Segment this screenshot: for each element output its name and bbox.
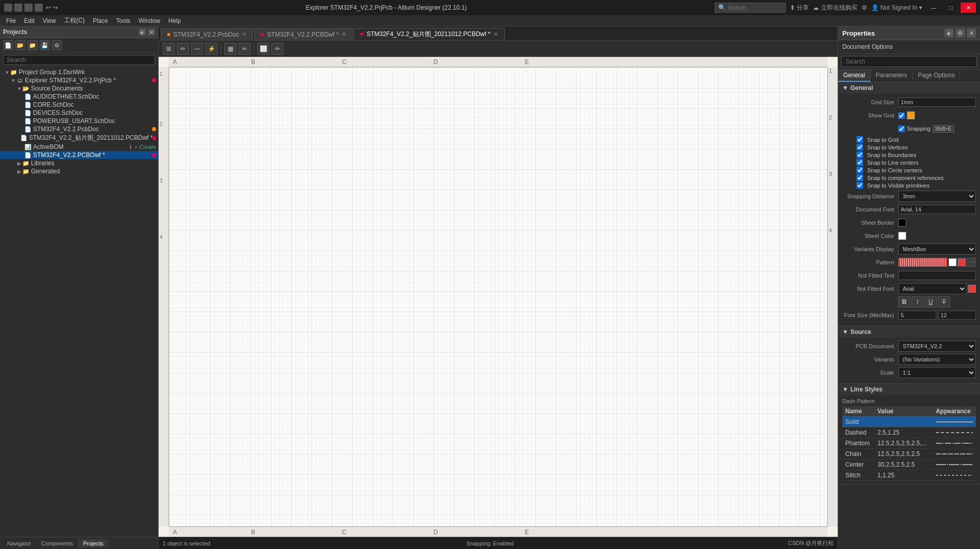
rp-snap-dist-select[interactable]: 3mm: [898, 191, 976, 202]
rp-strikethrough-btn[interactable]: T: [938, 296, 950, 308]
rp-snap-line-centers-checkbox[interactable]: [856, 159, 863, 166]
ls-row-chain[interactable]: Chain 12.5,2.5,2.5,2.5: [842, 449, 976, 460]
canvas-area[interactable]: A B C D E 1 2 3 4 1 2 3 4 A: [159, 57, 838, 537]
rp-pattern-red[interactable]: [958, 258, 966, 266]
rp-not-fitted-font-select[interactable]: Arial: [898, 283, 967, 294]
maximize-button[interactable]: □: [943, 3, 959, 13]
global-search-box[interactable]: 🔍: [715, 3, 786, 13]
tree-item-source-docs[interactable]: ▼ 📂 Source Documents: [0, 84, 158, 93]
save-project-btn[interactable]: 💾: [40, 40, 50, 50]
bottom-tab-components[interactable]: Components: [36, 539, 78, 547]
minimize-button[interactable]: —: [926, 3, 941, 13]
redo-btn[interactable]: ↪: [53, 4, 58, 11]
global-search-input[interactable]: [728, 5, 782, 11]
menu-file[interactable]: File: [2, 16, 20, 25]
rp-sheet-border-color[interactable]: [898, 219, 906, 227]
bottom-tab-projects[interactable]: Projects: [78, 539, 108, 547]
tab-close-pcbdoc[interactable]: ✕: [242, 31, 247, 38]
tb-line-btn[interactable]: —: [191, 43, 203, 55]
rp-not-fitted-text-input[interactable]: [898, 271, 976, 280]
rp-variants-source-select[interactable]: (No Variations): [898, 354, 976, 365]
ls-row-phantom[interactable]: Phantom 12.5,2.5,2.5,2.5,...: [842, 438, 976, 449]
tree-item-generated[interactable]: ▶ 📁 Generated: [0, 167, 158, 175]
panel-float-btn[interactable]: ⬖: [139, 28, 146, 36]
tree-item-bom[interactable]: 📊 ActiveBOM ℹ + Create: [0, 143, 158, 151]
rp-bold-btn[interactable]: B: [898, 296, 910, 308]
tb-grid-btn[interactable]: ⊞: [163, 43, 175, 55]
close-project-btn[interactable]: 📁: [27, 40, 38, 50]
tree-item-group[interactable]: ▼ 📁 Project Group 1.DsnWrk: [0, 68, 158, 76]
tree-item-devices[interactable]: 📄 DEVICES.SchDoc: [0, 109, 158, 117]
ls-row-solid[interactable]: Solid: [842, 417, 976, 428]
tab-close-pcbdwf2[interactable]: ✕: [494, 31, 498, 38]
rp-grid-color-box[interactable]: [907, 111, 915, 119]
rp-tab-page-options[interactable]: Page Options: [913, 70, 961, 82]
tb-cut-btn[interactable]: ✂: [238, 43, 251, 55]
rp-tab-general[interactable]: General: [838, 70, 871, 82]
tab-pcbdwf2[interactable]: STM32F4_V2.2_贴片图_20211012.PCBDwf * ✕: [354, 28, 504, 40]
tree-item-pcbdwf[interactable]: 📄 STM32F4_V2.2_贴片图_20211012.PCBDwf *: [0, 133, 158, 143]
tab-pcbdoc[interactable]: STM32F4_V2.2.PcbDoc ✕: [161, 28, 253, 40]
rp-scale-select[interactable]: 1:1: [898, 367, 976, 378]
bottom-tab-navigator[interactable]: Navigator: [2, 539, 36, 547]
rp-snap-grid-checkbox[interactable]: [856, 136, 863, 143]
profile-btn[interactable]: 👤 Not Signed In ▾: [871, 4, 922, 11]
tb-pencil-btn[interactable]: ✏: [177, 43, 189, 55]
open-project-btn[interactable]: 📂: [15, 40, 25, 50]
ls-row-dashed[interactable]: Dashed 2.5,1.25: [842, 428, 976, 438]
project-settings-btn[interactable]: ⚙: [52, 40, 62, 50]
menu-help[interactable]: Help: [164, 16, 185, 25]
rp-grid-size-input[interactable]: [898, 98, 976, 107]
close-button[interactable]: ✕: [961, 3, 976, 13]
rp-show-grid-checkbox[interactable]: [898, 112, 905, 119]
rp-snap-vertices-checkbox[interactable]: [856, 144, 863, 150]
tab-close-pcbdwf[interactable]: ✕: [342, 31, 346, 38]
tb-table-btn[interactable]: ▦: [224, 43, 236, 55]
rp-section-general-header[interactable]: ▼ General: [838, 82, 980, 94]
rp-pattern-white[interactable]: [948, 258, 957, 266]
rp-float-btn[interactable]: ⬖: [944, 28, 954, 38]
rp-tab-parameters[interactable]: Parameters: [871, 70, 913, 82]
menu-window[interactable]: Window: [135, 16, 165, 25]
rp-close-btn[interactable]: ✕: [967, 28, 976, 38]
bom-create-btn[interactable]: + Create: [135, 144, 157, 150]
tree-item-core[interactable]: 📄 CORE.SchDoc: [0, 101, 158, 109]
rp-font-size-min[interactable]: [898, 311, 936, 320]
rp-italic-btn[interactable]: I: [911, 296, 924, 308]
rp-doc-font-input[interactable]: [898, 205, 976, 214]
rp-settings-btn[interactable]: ⚙: [956, 28, 965, 38]
menu-view[interactable]: View: [39, 16, 60, 25]
menu-edit[interactable]: Edit: [20, 16, 39, 25]
rp-snap-comp-refs-checkbox[interactable]: [856, 174, 863, 181]
ls-row-stitch[interactable]: Stitch 1,1.25: [842, 470, 976, 481]
rp-font-size-max[interactable]: [938, 311, 976, 320]
rp-sheet-color-box[interactable]: [898, 232, 906, 240]
new-project-btn[interactable]: 📄: [3, 40, 13, 50]
rp-pattern-swatch[interactable]: [898, 258, 947, 267]
tree-item-audio[interactable]: 📄 AUDIOETHNET.SchDoc: [0, 93, 158, 101]
ls-row-center[interactable]: Center 30,2.5,2.5,2.5: [842, 460, 976, 470]
tb-rect-btn[interactable]: ⬜: [257, 43, 269, 55]
tree-item-explorer[interactable]: ▼ 🗂 Explorer STM32F4_V2.2.PrjPcb *: [0, 76, 158, 84]
rp-search-input[interactable]: [841, 56, 977, 67]
rp-snap-boundaries-checkbox[interactable]: [856, 151, 863, 158]
rp-snap-circle-centers-checkbox[interactable]: [856, 167, 863, 173]
canvas-content[interactable]: [169, 67, 828, 527]
panel-close-btn[interactable]: ✕: [148, 28, 155, 36]
rp-variants-select[interactable]: MeshBox: [898, 243, 976, 255]
tree-item-pcbdoc[interactable]: 📄 STM32F4_V2.2.PcbDoc: [0, 125, 158, 133]
menu-place[interactable]: Place: [89, 16, 112, 25]
settings-btn[interactable]: ⚙: [862, 4, 867, 11]
tree-item-libraries[interactable]: ▶ 📁 Libraries: [0, 159, 158, 167]
tree-item-power[interactable]: 📄 POWERUSB_USART.SchDoc: [0, 117, 158, 125]
menu-project[interactable]: 工程(C): [60, 15, 89, 26]
undo-btn[interactable]: ↩: [46, 4, 51, 11]
rp-not-fitted-font-color[interactable]: [968, 285, 976, 293]
rp-underline-btn[interactable]: U: [925, 296, 937, 308]
share-btn[interactable]: ⬆ 分享: [790, 4, 809, 12]
rp-section-line-styles-header[interactable]: ▼ Line Styles: [838, 384, 980, 395]
menu-tools[interactable]: Tools: [112, 16, 135, 25]
tb-flash-btn[interactable]: ⚡: [205, 43, 218, 55]
tree-item-pcbowf[interactable]: 📄 STM32F4_V2.2.PCBOwf *: [0, 151, 158, 159]
panel-search-input[interactable]: [3, 55, 155, 65]
